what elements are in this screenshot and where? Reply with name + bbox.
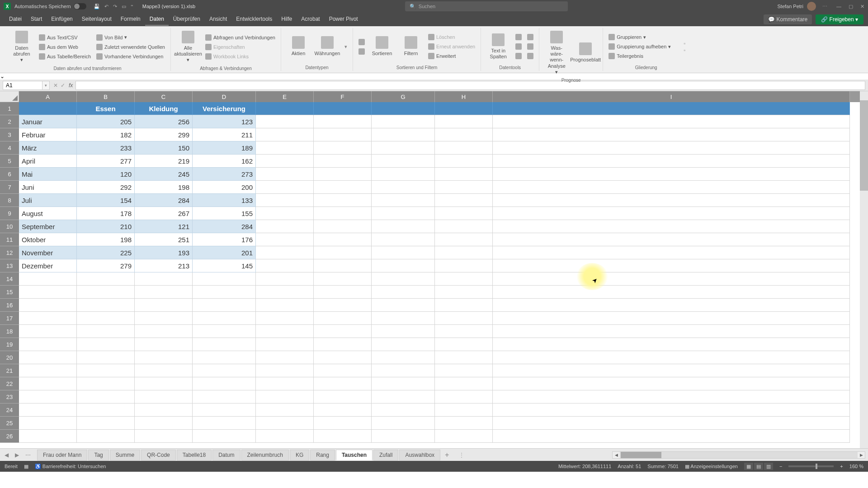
cell[interactable] <box>256 404 314 417</box>
cell[interactable] <box>435 233 493 246</box>
show-detail-icon[interactable]: ▫ <box>684 41 685 46</box>
cell[interactable] <box>77 377 135 390</box>
cell[interactable] <box>435 181 493 194</box>
cell[interactable] <box>372 259 435 272</box>
cell[interactable] <box>135 299 193 312</box>
autosave-toggle[interactable]: Automatisches Speichern <box>14 3 86 9</box>
cell[interactable] <box>435 272 493 286</box>
name-box[interactable]: A1 <box>3 81 42 90</box>
cell[interactable] <box>372 286 435 299</box>
cell[interactable] <box>493 155 850 168</box>
sheet-tab[interactable]: Tauschen <box>336 450 373 460</box>
cell[interactable] <box>493 404 850 417</box>
cell[interactable] <box>435 299 493 312</box>
cell[interactable] <box>372 233 435 246</box>
cell[interactable] <box>314 325 372 338</box>
cell[interactable] <box>314 115 372 128</box>
value-cell[interactable]: 245 <box>135 168 193 181</box>
cell[interactable] <box>372 141 435 155</box>
value-cell[interactable]: 176 <box>193 233 256 246</box>
cell[interactable] <box>135 351 193 364</box>
cell[interactable] <box>256 286 314 299</box>
cell[interactable] <box>435 246 493 259</box>
cell[interactable] <box>193 390 256 404</box>
cell[interactable] <box>372 364 435 377</box>
minimize-icon[interactable]: — <box>836 4 841 9</box>
cell[interactable] <box>493 128 850 141</box>
cell[interactable] <box>77 325 135 338</box>
refresh-all-button[interactable]: Alle aktualisieren ▾ <box>175 29 202 65</box>
cell[interactable] <box>314 286 372 299</box>
cell[interactable] <box>256 299 314 312</box>
cell[interactable] <box>256 417 314 430</box>
toggle-switch[interactable] <box>74 3 86 9</box>
cell[interactable] <box>435 364 493 377</box>
value-cell[interactable]: 267 <box>135 207 193 220</box>
cell[interactable] <box>77 338 135 351</box>
menu-tab-seitenlayout[interactable]: Seitenlayout <box>77 13 116 26</box>
cell[interactable] <box>435 207 493 220</box>
cell[interactable] <box>493 272 850 286</box>
accessibility[interactable]: ♿ Barrierefreiheit: Untersuchen <box>35 464 106 469</box>
menu-tab-entwicklertools[interactable]: Entwicklertools <box>231 13 277 26</box>
sort-button[interactable]: Sortieren <box>368 34 396 58</box>
name-box-dropdown[interactable]: ▾ <box>42 81 50 90</box>
text-to-columns[interactable]: Text in Spalten <box>485 32 512 61</box>
cell[interactable] <box>435 155 493 168</box>
cell[interactable] <box>77 351 135 364</box>
cancel-formula-icon[interactable]: ✕ <box>53 82 58 89</box>
sheet-tab[interactable]: Frau oder Mann <box>37 450 87 460</box>
row-header-15[interactable]: 15 <box>0 286 19 299</box>
cell[interactable] <box>493 299 850 312</box>
cell[interactable] <box>314 430 372 443</box>
scroll-thumb[interactable] <box>860 100 868 191</box>
spreadsheet-grid[interactable]: ABCDEFGHI 123456789101112131415161718192… <box>0 91 868 448</box>
cell[interactable] <box>493 325 850 338</box>
cell[interactable] <box>135 325 193 338</box>
cell[interactable] <box>256 168 314 181</box>
cell[interactable] <box>314 404 372 417</box>
cell[interactable] <box>372 155 435 168</box>
cell[interactable] <box>314 141 372 155</box>
cell[interactable] <box>372 246 435 259</box>
cell[interactable] <box>314 181 372 194</box>
row-header-17[interactable]: 17 <box>0 312 19 325</box>
cell[interactable] <box>435 102 493 115</box>
row-header-14[interactable]: 14 <box>0 272 19 286</box>
value-cell[interactable]: 145 <box>193 259 256 272</box>
header-cell[interactable]: Essen <box>77 102 135 115</box>
row-header-10[interactable]: 10 <box>0 220 19 233</box>
col-header-F[interactable]: F <box>314 91 372 102</box>
select-all-corner[interactable] <box>0 91 19 102</box>
cell[interactable] <box>372 181 435 194</box>
filter-button[interactable]: Filtern <box>397 34 425 58</box>
forecast-sheet[interactable]: Prognoseblatt <box>572 41 599 65</box>
value-cell[interactable]: 233 <box>77 141 135 155</box>
cell[interactable] <box>372 338 435 351</box>
remove-duplicates[interactable] <box>514 42 524 51</box>
menu-tab-power pivot[interactable]: Power Pivot <box>325 13 363 26</box>
data-validation[interactable] <box>514 52 524 60</box>
close-icon[interactable]: ✕ <box>860 4 864 9</box>
cell[interactable] <box>193 417 256 430</box>
month-cell[interactable]: Februar <box>19 128 77 141</box>
cell[interactable] <box>19 312 77 325</box>
cell[interactable] <box>435 115 493 128</box>
sheet-tab[interactable]: Tabelle18 <box>177 450 212 460</box>
menu-tab-ansicht[interactable]: Ansicht <box>205 13 231 26</box>
cell[interactable] <box>135 338 193 351</box>
cell[interactable] <box>372 351 435 364</box>
cell[interactable] <box>314 364 372 377</box>
value-cell[interactable]: 200 <box>193 181 256 194</box>
zoom-in-icon[interactable]: + <box>840 464 843 469</box>
cell[interactable] <box>314 207 372 220</box>
row-header-5[interactable]: 5 <box>0 155 19 168</box>
recent-sources[interactable]: Zuletzt verwendete Quellen <box>94 43 167 51</box>
cell[interactable] <box>256 351 314 364</box>
cell[interactable] <box>193 338 256 351</box>
header-cell[interactable] <box>19 102 77 115</box>
cell[interactable] <box>193 430 256 443</box>
sheet-tab[interactable]: Summe <box>110 450 140 460</box>
sheet-tab[interactable]: Zufall <box>373 450 398 460</box>
value-cell[interactable]: 133 <box>193 194 256 207</box>
